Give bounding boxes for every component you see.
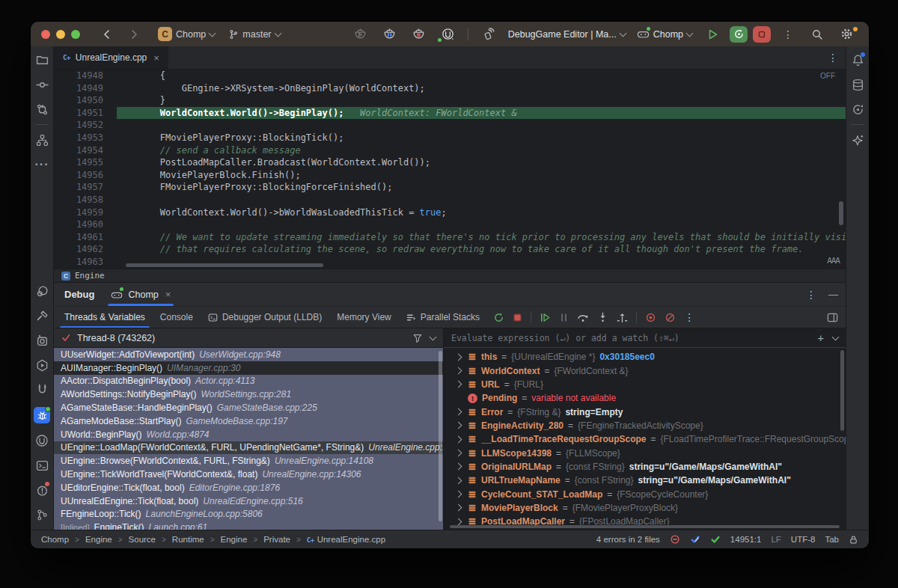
step-over-icon[interactable] bbox=[577, 311, 589, 323]
rerun-icon[interactable] bbox=[493, 312, 504, 323]
notifications-tool-button[interactable] bbox=[850, 52, 865, 67]
chevron-right-icon[interactable] bbox=[453, 464, 463, 469]
breadcrumb-item[interactable]: Runtime bbox=[172, 535, 204, 544]
minimize-window-button[interactable] bbox=[56, 30, 65, 39]
lock-icon[interactable] bbox=[849, 535, 858, 545]
breadcrumb-item[interactable]: Source bbox=[129, 535, 156, 544]
stack-frame[interactable]: AGameModeBase::StartPlay()GameModeBase.c… bbox=[54, 414, 443, 428]
ai-assistant-tool-button[interactable] bbox=[850, 132, 865, 147]
chevron-right-icon[interactable] bbox=[453, 505, 463, 510]
build-tool-button[interactable] bbox=[34, 308, 49, 323]
stack-frame[interactable]: FEngineLoop::Tick()LaunchEngineLoop.cpp:… bbox=[54, 508, 443, 521]
project-tool-button[interactable] bbox=[34, 52, 49, 67]
services-tool-button[interactable] bbox=[34, 358, 49, 373]
errors-icon[interactable] bbox=[670, 534, 680, 545]
close-session-icon[interactable]: × bbox=[165, 289, 171, 300]
variable-row[interactable]: this={UUnrealEdEngine *}0x30185eec0 bbox=[444, 350, 846, 364]
variable-row[interactable]: !Pending=variable not available bbox=[444, 391, 846, 405]
font-size-widget[interactable]: AAA bbox=[827, 256, 840, 266]
stack-frame[interactable]: UEditorEngine::Tick(float, bool)EditorEn… bbox=[54, 481, 443, 494]
debug-tab-parallel-stacks[interactable]: Parallel Stacks bbox=[399, 307, 487, 328]
stack-frame[interactable]: UUserWidget::AddToViewport(int)UserWidge… bbox=[54, 348, 443, 361]
chevron-right-icon[interactable] bbox=[453, 478, 463, 483]
variable-row[interactable]: LLMScope14398={FLLMScope} bbox=[444, 446, 846, 459]
error-summary[interactable]: 4 errors in 2 files bbox=[596, 535, 660, 544]
close-tab-icon[interactable]: × bbox=[153, 52, 159, 64]
chevron-right-icon[interactable] bbox=[453, 409, 463, 414]
unreal-stop-icon[interactable] bbox=[407, 25, 431, 43]
run-button[interactable] bbox=[700, 25, 724, 43]
chevron-down-icon[interactable] bbox=[832, 333, 840, 340]
frames-scrollbar[interactable] bbox=[439, 351, 442, 521]
stack-frame[interactable]: UEngine::TickWorldTravel(FWorldContext&,… bbox=[54, 468, 443, 481]
run-configuration-selector[interactable]: DebugGame Editor | Ma... bbox=[505, 25, 629, 43]
code-line[interactable]: 14952 bbox=[54, 119, 846, 132]
variable-row[interactable]: EngineActivity_280={FEngineTrackedActivi… bbox=[444, 419, 846, 432]
back-button[interactable] bbox=[95, 25, 119, 43]
variable-row[interactable]: URLTrueMapName={const FString}string=u"/… bbox=[444, 474, 846, 487]
pause-icon[interactable] bbox=[559, 313, 569, 322]
code-line[interactable]: 14955 PostLoadMapCaller.Broadcast(WorldC… bbox=[54, 156, 846, 169]
debug-tab-threads-variables[interactable]: Threads & Variables bbox=[57, 307, 153, 328]
step-into-icon[interactable] bbox=[597, 312, 608, 323]
editor-tab-unrealengine[interactable]: C+ UnrealEngine.cpp × bbox=[54, 46, 168, 69]
stack-frame[interactable]: UEngine::LoadMap(FWorldContext&, FURL, U… bbox=[54, 441, 443, 455]
resume-icon[interactable] bbox=[540, 312, 551, 323]
breadcrumb-item[interactable]: C+UnrealEngine.cpp bbox=[307, 535, 385, 544]
forward-button[interactable] bbox=[122, 25, 146, 43]
unreal-engine-tool-button[interactable] bbox=[34, 433, 49, 448]
structure-tool-button[interactable] bbox=[34, 132, 49, 147]
code-line[interactable]: 14950 } bbox=[54, 94, 846, 107]
maximize-window-button[interactable] bbox=[71, 30, 80, 39]
line-separator[interactable]: LF bbox=[771, 535, 781, 544]
debug-tool-button[interactable] bbox=[34, 407, 50, 423]
more-debug-actions-button[interactable]: ⋮ bbox=[684, 311, 694, 323]
editor-vertical-scrollbar[interactable] bbox=[839, 201, 843, 225]
mute-breakpoints-icon[interactable] bbox=[665, 312, 676, 323]
chevron-right-icon[interactable] bbox=[453, 450, 463, 456]
stop-button[interactable] bbox=[753, 26, 771, 43]
breadcrumb-item[interactable]: Engine bbox=[221, 535, 248, 544]
settings-button[interactable] bbox=[834, 25, 858, 43]
clangd-status-icon[interactable] bbox=[690, 534, 700, 545]
toolwindow-options-button[interactable]: ⋮ bbox=[806, 289, 816, 301]
stack-frame[interactable]: AUIManager::BeginPlay()UIManager.cpp:30 bbox=[54, 361, 443, 375]
chevron-right-icon[interactable] bbox=[453, 437, 463, 442]
caret-position[interactable]: 14951:1 bbox=[730, 535, 762, 544]
problems-tool-button[interactable] bbox=[34, 483, 49, 497]
variable-row[interactable]: Error={FString &}string=Empty bbox=[444, 405, 846, 418]
more-tool-windows-button[interactable]: ··· bbox=[34, 157, 49, 172]
inspections-ok-icon[interactable] bbox=[710, 534, 721, 545]
chevron-right-icon[interactable] bbox=[453, 382, 463, 387]
code-line[interactable]: 14961 // We want to update streaming imm… bbox=[54, 231, 846, 244]
stop-icon[interactable] bbox=[513, 313, 522, 322]
code-line[interactable]: 14960 bbox=[54, 218, 846, 231]
stack-frame[interactable]: UUnrealEdEngine::Tick(float, bool)Unreal… bbox=[54, 494, 443, 508]
variable-row[interactable]: URL={FURL} bbox=[444, 378, 846, 391]
code-line[interactable]: 14949 GEngine->XRSystem->OnBeginPlay(Wor… bbox=[54, 82, 846, 95]
unreal-editor-connection-icon[interactable] bbox=[436, 25, 460, 43]
debug-tab-debugger-output-lldb-[interactable]: Debugger Output (LLDB) bbox=[201, 307, 329, 328]
variables-horizontal-scrollbar[interactable] bbox=[450, 525, 840, 528]
code-editor[interactable]: 14948 {14949 GEngine->XRSystem->OnBeginP… bbox=[54, 70, 846, 269]
debug-tab-console[interactable]: Console bbox=[153, 307, 201, 328]
variables-scrollbar[interactable] bbox=[840, 350, 844, 431]
cmake-reload-tool-button[interactable] bbox=[850, 102, 865, 117]
search-everywhere-button[interactable] bbox=[805, 25, 829, 43]
add-watch-icon[interactable]: + bbox=[818, 332, 824, 344]
stack-frame[interactable]: AActor::DispatchBeginPlay(bool)Actor.cpp… bbox=[54, 375, 443, 388]
stack-frame[interactable]: AWorldSettings::NotifyBeginPlay()WorldSe… bbox=[54, 388, 443, 401]
code-line[interactable]: 14948 { bbox=[54, 70, 846, 82]
debug-session-tab[interactable]: Chomp × bbox=[106, 283, 175, 306]
code-line[interactable]: 14957 FMoviePlayerProxy::BlockingForceFi… bbox=[54, 181, 846, 194]
more-actions-button[interactable]: ⋮ bbox=[776, 25, 800, 43]
variable-row[interactable]: MoviePlayerBlock={FMoviePlayerProxyBlock… bbox=[444, 501, 846, 515]
layout-settings-icon[interactable] bbox=[827, 312, 838, 323]
indent-style[interactable]: Tab bbox=[825, 535, 839, 544]
pull-requests-tool-button[interactable] bbox=[34, 102, 49, 117]
profiler-tool-button[interactable] bbox=[34, 284, 49, 298]
unreal-link-tool-button[interactable] bbox=[34, 382, 49, 397]
stack-frame[interactable]: AGameStateBase::HandleBeginPlay()GameSta… bbox=[54, 401, 443, 414]
debug-tab-memory-view[interactable]: Memory View bbox=[329, 307, 398, 328]
vcs-branch-widget[interactable]: master bbox=[225, 25, 283, 43]
